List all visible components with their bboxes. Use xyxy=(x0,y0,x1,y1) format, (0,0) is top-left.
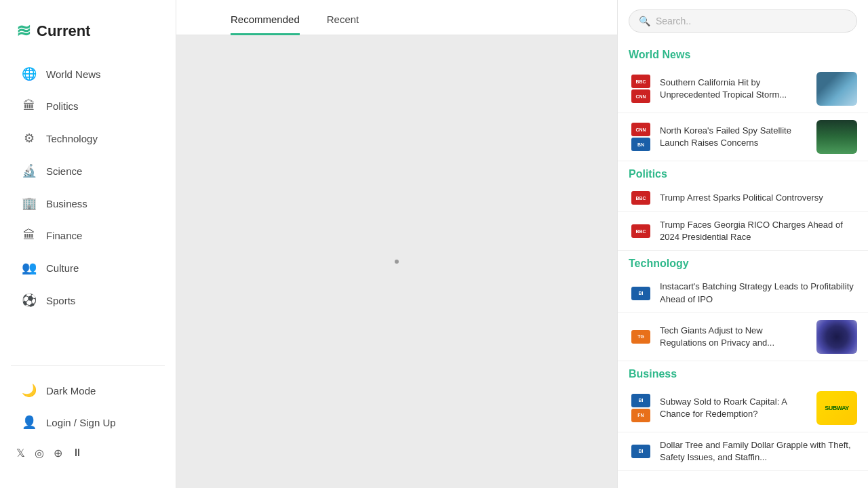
dark-mode-icon: 🌙 xyxy=(22,383,37,398)
sidebar-item-label: Culture xyxy=(46,262,79,274)
sidebar-divider xyxy=(11,365,165,366)
world-news-icon: 🌐 xyxy=(22,66,37,81)
politics-icon: 🏛 xyxy=(22,99,37,113)
sidebar-item-label: Science xyxy=(46,165,82,177)
twitter-icon[interactable]: 𝕏 xyxy=(16,447,25,460)
source-logo-fn: FN xyxy=(631,409,650,422)
tabs-bar: RecommendedRecent xyxy=(176,0,617,35)
sidebar-item-label: Sports xyxy=(46,295,75,306)
right-panel: 🔍 World NewsBBCCNNSouthern California Hi… xyxy=(617,0,868,488)
sidebar-item-label: Politics xyxy=(46,100,79,112)
social-links: 𝕏 ◎ ⊕ ⏸ xyxy=(0,439,176,468)
news-item-t2[interactable]: TGTech Giants Adjust to New Regulations … xyxy=(618,313,868,361)
news-item-title: Trump Faces Georgia RICO Charges Ahead o… xyxy=(660,219,857,243)
news-item-title: Southern California Hit by Unprecedented… xyxy=(660,77,810,101)
news-item-b2[interactable]: BIDollar Tree and Family Dollar Grapple … xyxy=(618,432,868,471)
finance-icon: 🏛 xyxy=(22,228,37,243)
sports-icon: ⚽ xyxy=(22,293,37,308)
section-header-politics: Politics xyxy=(618,161,868,184)
user-icon: 👤 xyxy=(22,415,37,430)
section-header-business: Business xyxy=(618,361,868,384)
source-logos: BI xyxy=(629,445,653,458)
search-wrapper: 🔍 xyxy=(618,0,868,42)
news-thumbnail: SUBWAY xyxy=(816,391,857,425)
sidebar-item-label: World News xyxy=(46,68,101,80)
sidebar-item-finance[interactable]: 🏛 Finance xyxy=(5,220,170,251)
news-item-title: Dollar Tree and Family Dollar Grapple wi… xyxy=(660,439,857,464)
sidebar-item-world-news[interactable]: 🌐 World News xyxy=(5,58,170,89)
nav-menu: 🌐 World News🏛 Politics⚙ Technology🔬 Scie… xyxy=(0,58,176,357)
sidebar-item-label: Business xyxy=(46,198,87,209)
search-icon: 🔍 xyxy=(639,16,650,26)
source-logos: BBC xyxy=(629,191,653,205)
source-logo-bbc: BBC xyxy=(631,224,650,238)
source-logos: BBCCNN xyxy=(629,75,653,103)
sidebar: ≋ Current 🌐 World News🏛 Politics⚙ Techno… xyxy=(0,0,176,488)
logo-icon: ≋ xyxy=(16,20,31,41)
technology-icon: ⚙ xyxy=(22,131,37,146)
sidebar-item-politics[interactable]: 🏛 Politics xyxy=(5,91,170,121)
search-bar[interactable]: 🔍 xyxy=(629,9,857,33)
dark-mode-toggle[interactable]: 🌙 Dark Mode xyxy=(5,375,170,406)
sidebar-item-science[interactable]: 🔬 Science xyxy=(5,155,170,186)
news-item-wn2[interactable]: CNNBNNorth Korea's Failed Spy Satellite … xyxy=(618,113,868,161)
news-item-title: Subway Sold to Roark Capital: A Chance f… xyxy=(660,396,810,420)
login-button[interactable]: 👤 Login / Sign Up xyxy=(5,407,170,438)
main-content: RecommendedRecent xyxy=(176,0,617,488)
sidebar-item-sports[interactable]: ⚽ Sports xyxy=(5,285,170,316)
news-sections: World NewsBBCCNNSouthern California Hit … xyxy=(618,42,868,471)
news-thumbnail xyxy=(816,72,857,106)
source-logo-tg: TG xyxy=(631,330,650,344)
section-politics: PoliticsBBCTrump Arrest Sparks Political… xyxy=(618,161,868,251)
section-business: BusinessBIFNSubway Sold to Roark Capital… xyxy=(618,361,868,471)
news-item-p2[interactable]: BBCTrump Faces Georgia RICO Charges Ahea… xyxy=(618,212,868,251)
source-logos: TG xyxy=(629,330,653,344)
source-logo-bn: BN xyxy=(631,138,650,151)
source-logo-bi: BI xyxy=(631,287,650,300)
business-icon: 🏢 xyxy=(22,196,37,211)
news-item-title: North Korea's Failed Spy Satellite Launc… xyxy=(660,125,810,149)
source-logos: BI xyxy=(629,287,653,300)
sidebar-item-label: Technology xyxy=(46,133,98,144)
news-item-wn1[interactable]: BBCCNNSouthern California Hit by Unprece… xyxy=(618,65,868,113)
sidebar-bottom: 🌙 Dark Mode 👤 Login / Sign Up 𝕏 ◎ ⊕ ⏸ xyxy=(0,374,176,474)
sidebar-item-culture[interactable]: 👥 Culture xyxy=(5,252,170,283)
news-item-b1[interactable]: BIFNSubway Sold to Roark Capital: A Chan… xyxy=(618,384,868,432)
news-item-t1[interactable]: BIInstacart's Batching Strategy Leads to… xyxy=(618,274,868,312)
section-header-world-news: World News xyxy=(618,42,868,65)
news-item-title: Tech Giants Adjust to New Regulations on… xyxy=(660,325,810,349)
news-thumbnail xyxy=(816,320,857,354)
tab-recommended[interactable]: Recommended xyxy=(231,14,300,35)
instagram-icon[interactable]: ◎ xyxy=(35,447,44,460)
discord-icon[interactable]: ⊕ xyxy=(54,447,62,460)
login-label: Login / Sign Up xyxy=(46,417,116,428)
patreon-icon[interactable]: ⏸ xyxy=(72,447,83,460)
search-input[interactable] xyxy=(656,16,847,26)
content-area xyxy=(176,35,617,488)
news-item-p1[interactable]: BBCTrump Arrest Sparks Political Controv… xyxy=(618,184,868,212)
app-name: Current xyxy=(37,22,90,40)
section-technology: TechnologyBIInstacart's Batching Strateg… xyxy=(618,251,868,361)
culture-icon: 👥 xyxy=(22,260,37,275)
source-logos: BIFN xyxy=(629,394,653,422)
source-logo-bbc: BBC xyxy=(631,75,650,88)
loading-indicator xyxy=(395,260,399,264)
source-logo-cnn: CNN xyxy=(631,89,650,103)
source-logos: CNNBN xyxy=(629,123,653,151)
sidebar-item-business[interactable]: 🏢 Business xyxy=(5,188,170,219)
source-logo-bi: BI xyxy=(631,394,650,407)
science-icon: 🔬 xyxy=(22,163,37,178)
source-logo-bbc: BBC xyxy=(631,191,650,205)
app-logo[interactable]: ≋ Current xyxy=(0,14,176,58)
news-item-title: Trump Arrest Sparks Political Controvers… xyxy=(660,192,857,204)
source-logos: BBC xyxy=(629,224,653,238)
news-item-title: Instacart's Batching Strategy Leads to P… xyxy=(660,281,857,305)
sidebar-item-technology[interactable]: ⚙ Technology xyxy=(5,123,170,154)
news-thumbnail xyxy=(816,120,857,154)
sidebar-item-label: Finance xyxy=(46,230,82,241)
tab-recent[interactable]: Recent xyxy=(327,14,359,35)
source-logo-cnn: CNN xyxy=(631,123,650,136)
section-header-technology: Technology xyxy=(618,251,868,274)
source-logo-bi: BI xyxy=(631,445,650,458)
dark-mode-label: Dark Mode xyxy=(46,385,96,396)
